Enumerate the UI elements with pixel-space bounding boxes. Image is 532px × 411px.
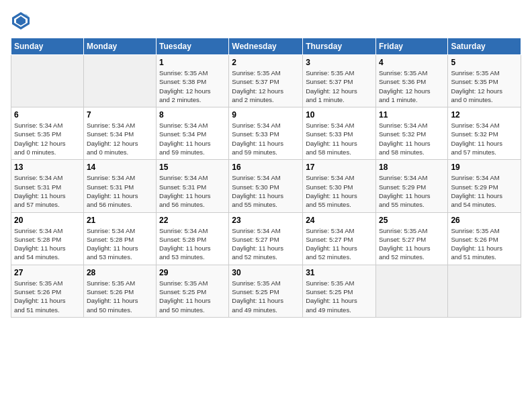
header-tuesday: Tuesday bbox=[157, 38, 229, 55]
day-number: 12 bbox=[451, 110, 518, 120]
day-number: 1 bbox=[159, 58, 226, 67]
day-detail: Sunrise: 5:35 AM Sunset: 5:25 PM Dayligh… bbox=[232, 279, 300, 314]
day-detail: Sunrise: 5:35 AM Sunset: 5:38 PM Dayligh… bbox=[159, 68, 226, 104]
week-row-3: 13Sunrise: 5:34 AM Sunset: 5:31 PM Dayli… bbox=[11, 160, 521, 212]
day-number: 28 bbox=[87, 268, 153, 277]
header-wednesday: Wednesday bbox=[229, 38, 303, 55]
header-row: SundayMondayTuesdayWednesdayThursdayFrid… bbox=[11, 38, 521, 55]
day-detail: Sunrise: 5:35 AM Sunset: 5:36 PM Dayligh… bbox=[379, 68, 445, 104]
day-cell: 2Sunrise: 5:35 AM Sunset: 5:37 PM Daylig… bbox=[229, 55, 303, 107]
day-cell: 8Sunrise: 5:34 AM Sunset: 5:34 PM Daylig… bbox=[157, 107, 229, 160]
header-saturday: Saturday bbox=[448, 38, 521, 55]
day-number: 17 bbox=[306, 163, 373, 172]
day-number: 4 bbox=[379, 58, 445, 67]
day-number: 11 bbox=[379, 110, 445, 120]
day-number: 15 bbox=[159, 163, 226, 172]
day-cell bbox=[375, 265, 447, 317]
day-detail: Sunrise: 5:34 AM Sunset: 5:27 PM Dayligh… bbox=[306, 226, 373, 262]
day-number: 5 bbox=[451, 58, 518, 67]
day-cell: 7Sunrise: 5:34 AM Sunset: 5:34 PM Daylig… bbox=[83, 107, 156, 160]
day-detail: Sunrise: 5:34 AM Sunset: 5:30 PM Dayligh… bbox=[232, 173, 300, 209]
day-detail: Sunrise: 5:34 AM Sunset: 5:28 PM Dayligh… bbox=[14, 226, 81, 262]
day-cell: 18Sunrise: 5:34 AM Sunset: 5:29 PM Dayli… bbox=[375, 160, 447, 212]
day-number: 20 bbox=[14, 216, 81, 225]
day-detail: Sunrise: 5:34 AM Sunset: 5:31 PM Dayligh… bbox=[87, 173, 153, 209]
header-monday: Monday bbox=[83, 38, 156, 55]
day-number: 31 bbox=[306, 268, 373, 277]
day-detail: Sunrise: 5:34 AM Sunset: 5:28 PM Dayligh… bbox=[159, 226, 226, 262]
day-number: 30 bbox=[232, 268, 300, 277]
day-detail: Sunrise: 5:35 AM Sunset: 5:27 PM Dayligh… bbox=[379, 226, 445, 262]
day-cell: 23Sunrise: 5:34 AM Sunset: 5:27 PM Dayli… bbox=[229, 212, 303, 265]
day-cell: 27Sunrise: 5:35 AM Sunset: 5:26 PM Dayli… bbox=[11, 265, 84, 317]
day-number: 14 bbox=[87, 163, 153, 172]
day-cell: 10Sunrise: 5:34 AM Sunset: 5:33 PM Dayli… bbox=[303, 107, 376, 160]
day-detail: Sunrise: 5:35 AM Sunset: 5:26 PM Dayligh… bbox=[87, 279, 153, 314]
day-cell: 29Sunrise: 5:35 AM Sunset: 5:25 PM Dayli… bbox=[157, 265, 229, 317]
day-detail: Sunrise: 5:35 AM Sunset: 5:35 PM Dayligh… bbox=[451, 68, 518, 104]
day-cell: 24Sunrise: 5:34 AM Sunset: 5:27 PM Dayli… bbox=[303, 212, 376, 265]
day-number: 10 bbox=[306, 110, 373, 120]
logo-icon bbox=[11, 11, 31, 31]
day-detail: Sunrise: 5:34 AM Sunset: 5:34 PM Dayligh… bbox=[159, 121, 226, 156]
day-cell: 15Sunrise: 5:34 AM Sunset: 5:31 PM Dayli… bbox=[157, 160, 229, 212]
day-detail: Sunrise: 5:34 AM Sunset: 5:31 PM Dayligh… bbox=[159, 173, 226, 209]
day-cell: 3Sunrise: 5:35 AM Sunset: 5:37 PM Daylig… bbox=[303, 55, 376, 107]
day-number: 18 bbox=[379, 163, 445, 172]
header-sunday: Sunday bbox=[11, 38, 84, 55]
day-detail: Sunrise: 5:34 AM Sunset: 5:34 PM Dayligh… bbox=[87, 121, 153, 156]
day-number: 23 bbox=[232, 216, 300, 225]
day-number: 6 bbox=[14, 110, 81, 120]
day-detail: Sunrise: 5:35 AM Sunset: 5:26 PM Dayligh… bbox=[14, 279, 81, 314]
day-detail: Sunrise: 5:34 AM Sunset: 5:29 PM Dayligh… bbox=[451, 173, 518, 209]
day-number: 16 bbox=[232, 163, 300, 172]
day-cell: 17Sunrise: 5:34 AM Sunset: 5:30 PM Dayli… bbox=[303, 160, 376, 212]
day-cell: 13Sunrise: 5:34 AM Sunset: 5:31 PM Dayli… bbox=[11, 160, 84, 212]
page-header bbox=[11, 11, 521, 31]
day-cell bbox=[11, 55, 84, 107]
day-detail: Sunrise: 5:34 AM Sunset: 5:28 PM Dayligh… bbox=[87, 226, 153, 262]
day-detail: Sunrise: 5:34 AM Sunset: 5:32 PM Dayligh… bbox=[451, 121, 518, 156]
day-cell: 12Sunrise: 5:34 AM Sunset: 5:32 PM Dayli… bbox=[448, 107, 521, 160]
calendar-table: SundayMondayTuesdayWednesdayThursdayFrid… bbox=[11, 38, 521, 318]
day-cell: 14Sunrise: 5:34 AM Sunset: 5:31 PM Dayli… bbox=[83, 160, 156, 212]
day-detail: Sunrise: 5:34 AM Sunset: 5:32 PM Dayligh… bbox=[379, 121, 445, 156]
day-cell: 28Sunrise: 5:35 AM Sunset: 5:26 PM Dayli… bbox=[83, 265, 156, 317]
day-detail: Sunrise: 5:35 AM Sunset: 5:25 PM Dayligh… bbox=[159, 279, 226, 314]
day-detail: Sunrise: 5:35 AM Sunset: 5:26 PM Dayligh… bbox=[451, 226, 518, 262]
day-cell: 21Sunrise: 5:34 AM Sunset: 5:28 PM Dayli… bbox=[83, 212, 156, 265]
day-cell: 19Sunrise: 5:34 AM Sunset: 5:29 PM Dayli… bbox=[448, 160, 521, 212]
day-detail: Sunrise: 5:34 AM Sunset: 5:35 PM Dayligh… bbox=[14, 121, 81, 156]
day-detail: Sunrise: 5:34 AM Sunset: 5:27 PM Dayligh… bbox=[232, 226, 300, 262]
day-number: 24 bbox=[306, 216, 373, 225]
day-cell: 25Sunrise: 5:35 AM Sunset: 5:27 PM Dayli… bbox=[375, 212, 447, 265]
day-number: 22 bbox=[159, 216, 226, 225]
day-detail: Sunrise: 5:34 AM Sunset: 5:29 PM Dayligh… bbox=[379, 173, 445, 209]
week-row-5: 27Sunrise: 5:35 AM Sunset: 5:26 PM Dayli… bbox=[11, 265, 521, 317]
day-cell: 16Sunrise: 5:34 AM Sunset: 5:30 PM Dayli… bbox=[229, 160, 303, 212]
day-number: 13 bbox=[14, 163, 81, 172]
day-number: 25 bbox=[379, 216, 445, 225]
day-cell: 31Sunrise: 5:35 AM Sunset: 5:25 PM Dayli… bbox=[303, 265, 376, 317]
day-number: 27 bbox=[14, 268, 81, 277]
day-number: 26 bbox=[451, 216, 518, 225]
day-cell bbox=[448, 265, 521, 317]
day-cell: 22Sunrise: 5:34 AM Sunset: 5:28 PM Dayli… bbox=[157, 212, 229, 265]
day-number: 8 bbox=[159, 110, 226, 120]
day-number: 9 bbox=[232, 110, 300, 120]
day-detail: Sunrise: 5:35 AM Sunset: 5:25 PM Dayligh… bbox=[306, 279, 373, 314]
day-number: 21 bbox=[87, 216, 153, 225]
day-cell: 6Sunrise: 5:34 AM Sunset: 5:35 PM Daylig… bbox=[11, 107, 84, 160]
header-thursday: Thursday bbox=[303, 38, 376, 55]
day-cell: 4Sunrise: 5:35 AM Sunset: 5:36 PM Daylig… bbox=[375, 55, 447, 107]
day-cell: 26Sunrise: 5:35 AM Sunset: 5:26 PM Dayli… bbox=[448, 212, 521, 265]
day-cell: 11Sunrise: 5:34 AM Sunset: 5:32 PM Dayli… bbox=[375, 107, 447, 160]
day-detail: Sunrise: 5:34 AM Sunset: 5:33 PM Dayligh… bbox=[306, 121, 373, 156]
day-cell bbox=[83, 55, 156, 107]
day-detail: Sunrise: 5:34 AM Sunset: 5:33 PM Dayligh… bbox=[232, 121, 300, 156]
calendar-header: SundayMondayTuesdayWednesdayThursdayFrid… bbox=[11, 38, 521, 55]
week-row-1: 1Sunrise: 5:35 AM Sunset: 5:38 PM Daylig… bbox=[11, 55, 521, 107]
day-detail: Sunrise: 5:34 AM Sunset: 5:31 PM Dayligh… bbox=[14, 173, 81, 209]
day-number: 2 bbox=[232, 58, 300, 67]
header-friday: Friday bbox=[375, 38, 447, 55]
